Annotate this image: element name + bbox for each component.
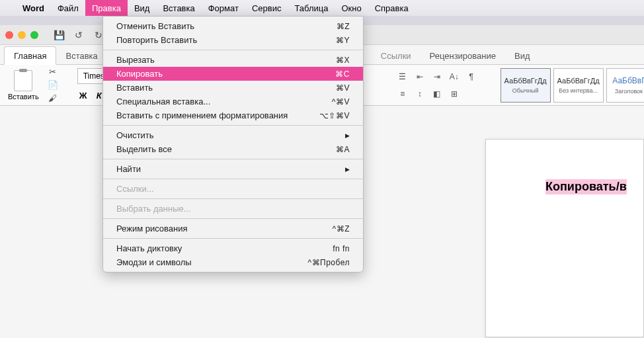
style-heading1[interactable]: АаБбВвГг, Заголовок 1 <box>606 68 644 103</box>
style-preview: АаБбВвГгДд <box>504 77 547 85</box>
menu-item-label: Очистить <box>116 130 154 140</box>
style-label: Без интерва... <box>559 87 598 94</box>
bullets-button[interactable]: ☰ <box>395 69 411 84</box>
bold-button[interactable]: Ж <box>77 91 89 101</box>
menu-shortcut: fn fn <box>333 244 350 253</box>
menu-item-очистить[interactable]: Очистить▶ <box>103 128 363 142</box>
menu-separator <box>103 50 363 50</box>
mac-menubar: Word Файл Правка Вид Вставка Формат Серв… <box>0 0 644 16</box>
tab-home[interactable]: Главная <box>4 46 56 65</box>
menu-help[interactable]: Справка <box>368 0 415 16</box>
menu-item-label: Копировать <box>116 69 163 79</box>
menu-item-специальная-вставка[interactable]: Специальная вставка...^⌘V <box>103 95 363 108</box>
sort-button[interactable]: A↓ <box>446 69 462 84</box>
borders-button[interactable]: ⊞ <box>446 87 462 101</box>
menu-shortcut: ⌘C <box>335 69 350 79</box>
menu-item-начать-диктовку[interactable]: Начать диктовкуfn fn <box>103 241 363 255</box>
menu-item-режим-рисования[interactable]: Режим рисования^⌘Z <box>103 222 363 235</box>
close-window-button[interactable] <box>5 31 13 39</box>
page[interactable]: Копировать/в <box>485 139 644 337</box>
menu-file[interactable]: Файл <box>51 0 85 16</box>
undo-icon[interactable]: ↺ <box>71 28 86 42</box>
menu-shortcut: ⌘A <box>336 145 350 154</box>
shading-button[interactable]: ◧ <box>429 87 445 101</box>
style-preview: АаБбВвГгДд <box>557 77 600 85</box>
menu-item-label: Вставить <box>116 83 153 93</box>
paste-button[interactable]: Вставить <box>8 70 39 101</box>
menu-item-label: Начать диктовку <box>116 243 182 253</box>
menu-view[interactable]: Вид <box>128 0 157 16</box>
menu-item-label: Вырезать <box>116 55 155 65</box>
menu-window[interactable]: Окно <box>335 0 368 16</box>
style-normal[interactable]: АаБбВвГгДд Обычный <box>501 68 551 103</box>
menu-insert[interactable]: Вставка <box>156 0 201 16</box>
menu-separator <box>103 238 363 239</box>
menu-item-выделить-все[interactable]: Выделить все⌘A <box>103 142 363 156</box>
menu-item-вставить-с-применением-форматирования[interactable]: Вставить с применением форматирования⌥⇧⌘… <box>103 108 363 122</box>
menu-item-label: Режим рисования <box>116 224 188 233</box>
menu-item-вставить[interactable]: Вставить⌘V <box>103 81 363 95</box>
menu-table[interactable]: Таблица <box>288 0 335 16</box>
styles-gallery: АаБбВвГгДд Обычный АаБбВвГгДд Без интерв… <box>501 68 644 103</box>
menu-edit[interactable]: Правка <box>85 0 128 16</box>
menu-separator <box>103 159 363 159</box>
style-label: Обычный <box>512 87 539 94</box>
style-no-spacing[interactable]: АаБбВвГгДд Без интерва... <box>553 68 604 103</box>
submenu-arrow-icon: ▶ <box>345 132 350 139</box>
menu-item-найти[interactable]: Найти▶ <box>103 162 363 176</box>
edit-menu-dropdown: Отменить Вставить⌘ZПовторить Вставить⌘YВ… <box>102 16 364 273</box>
menu-shortcut: ⌘V <box>336 83 350 93</box>
menu-shortcut: ^⌘Пробел <box>307 258 350 267</box>
selected-text[interactable]: Копировать/в <box>545 179 627 194</box>
menu-separator <box>103 179 363 179</box>
menu-shortcut: ⌥⇧⌘V <box>319 111 350 120</box>
menu-item-повторить-вставить[interactable]: Повторить Вставить⌘Y <box>103 33 363 47</box>
save-icon[interactable]: 💾 <box>52 28 66 42</box>
minimize-window-button[interactable] <box>18 31 26 39</box>
align-left-button[interactable]: ≡ <box>395 87 411 101</box>
paragraph-group: ☰ ⇤ ⇥ A↓ ¶ ≡ ↕ ◧ ⊞ <box>395 69 479 101</box>
menu-item-отменить-вставить[interactable]: Отменить Вставить⌘Z <box>103 19 363 33</box>
menu-item-эмодзи-и-символы[interactable]: Эмодзи и символы^⌘Пробел <box>103 255 363 269</box>
menu-item-label: Повторить Вставить <box>116 35 197 45</box>
clipboard-group: Вставить <box>5 70 42 101</box>
menu-item-ссылки: Ссылки... <box>103 182 363 196</box>
cut-icon[interactable]: ✂ <box>47 67 59 77</box>
style-label: Заголовок 1 <box>615 88 644 95</box>
clipboard-mini: ✂ 📄 🖌 <box>47 67 59 104</box>
tab-links-partial[interactable]: Ссылки <box>372 47 421 64</box>
menu-item-вырезать[interactable]: Вырезать⌘X <box>103 53 363 67</box>
menu-item-label: Найти <box>116 164 141 174</box>
menu-item-label: Ссылки... <box>116 184 154 194</box>
menu-shortcut: ^⌘Z <box>333 224 350 233</box>
menu-item-label: Выбрать данные... <box>116 204 191 214</box>
line-spacing-button[interactable]: ↕ <box>412 87 428 101</box>
indent-decrease-button[interactable]: ⇤ <box>412 69 428 84</box>
menu-shortcut: ⌘Y <box>336 36 350 45</box>
menu-service[interactable]: Сервис <box>245 0 288 16</box>
menu-item-копировать[interactable]: Копировать⌘C <box>103 67 363 81</box>
menu-shortcut: ⌘Z <box>337 22 350 31</box>
copy-icon[interactable]: 📄 <box>47 80 59 91</box>
menu-item-label: Выделить все <box>116 144 172 154</box>
menu-shortcut: ⌘X <box>336 56 350 65</box>
app-menu[interactable]: Word <box>16 0 51 16</box>
clipboard-icon <box>14 70 32 91</box>
menu-item-label: Отменить Вставить <box>116 21 194 31</box>
tab-view[interactable]: Вид <box>505 47 540 64</box>
menu-separator <box>103 125 363 126</box>
menu-separator <box>103 198 363 199</box>
paste-label: Вставить <box>8 93 39 101</box>
traffic-lights <box>5 31 38 39</box>
menu-format[interactable]: Формат <box>202 0 245 16</box>
format-painter-icon[interactable]: 🖌 <box>47 93 59 104</box>
submenu-arrow-icon: ▶ <box>345 166 350 173</box>
menu-item-label: Вставить с применением форматирования <box>116 110 288 120</box>
tab-insert[interactable]: Вставка <box>56 47 106 64</box>
indent-increase-button[interactable]: ⇥ <box>429 69 445 84</box>
menu-item-label: Эмодзи и символы <box>116 257 192 267</box>
menu-shortcut: ^⌘V <box>332 97 350 106</box>
tab-review[interactable]: Рецензирование <box>421 47 505 64</box>
show-marks-button[interactable]: ¶ <box>463 69 479 84</box>
zoom-window-button[interactable] <box>30 31 38 39</box>
